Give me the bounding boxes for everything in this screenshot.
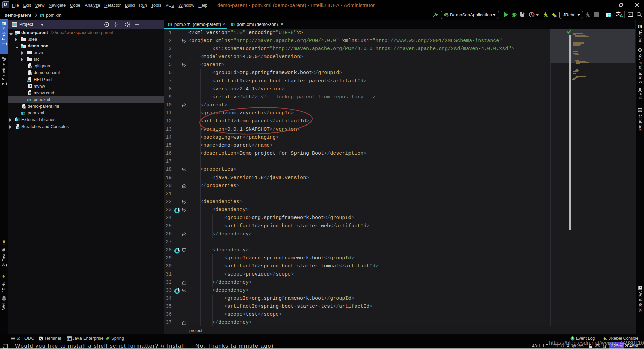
svg-text:MD: MD (27, 80, 30, 82)
